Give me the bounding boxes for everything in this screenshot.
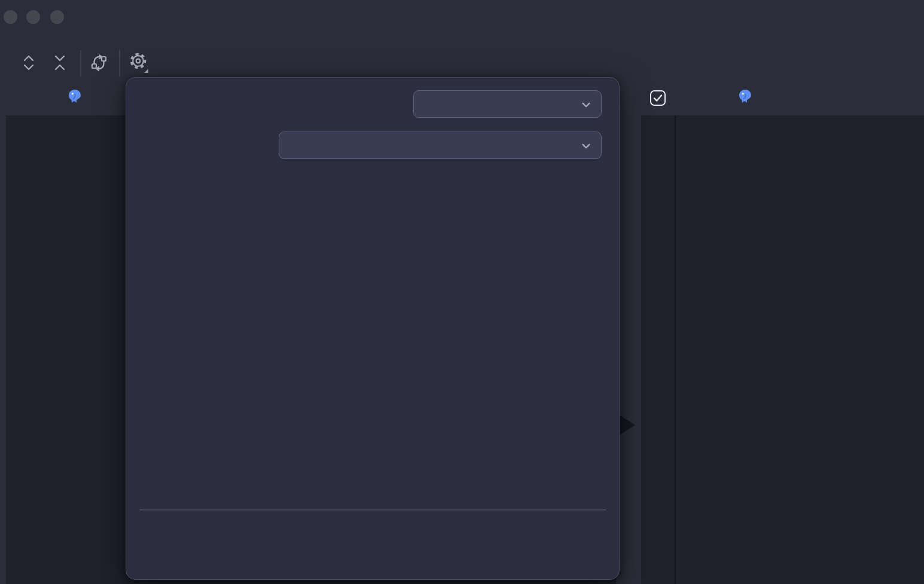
toolbar-separator — [119, 50, 120, 77]
qualify-objects-select[interactable] — [413, 90, 602, 118]
chevron-down-icon — [578, 97, 594, 117]
postgres-elephant-icon — [66, 87, 84, 108]
settings-button[interactable] — [127, 50, 151, 75]
close-window-button[interactable] — [4, 10, 17, 24]
migration-settings-popup — [126, 77, 620, 580]
collapse-all-icon — [50, 53, 70, 73]
chevron-down-icon — [578, 138, 594, 158]
popup-separator — [139, 509, 606, 510]
target-select-all-checkbox[interactable] — [650, 90, 666, 106]
toolbar-separator — [80, 50, 81, 77]
dropdown-corner-triangle — [144, 69, 148, 73]
minimize-window-button[interactable] — [26, 10, 40, 24]
collapse-all-button[interactable] — [48, 50, 72, 75]
synchronize-button[interactable] — [87, 50, 111, 75]
expand-all-button[interactable] — [17, 50, 41, 75]
target-tree — [641, 115, 924, 584]
postgres-elephant-icon — [736, 87, 754, 108]
gear-icon — [127, 50, 151, 75]
place-constraints-select[interactable] — [279, 132, 602, 159]
target-checkbox-divider — [675, 115, 676, 584]
titlebar — [0, 0, 924, 33]
zoom-window-button[interactable] — [50, 10, 64, 24]
synchronize-icon — [89, 52, 110, 74]
expand-all-icon — [19, 53, 39, 73]
